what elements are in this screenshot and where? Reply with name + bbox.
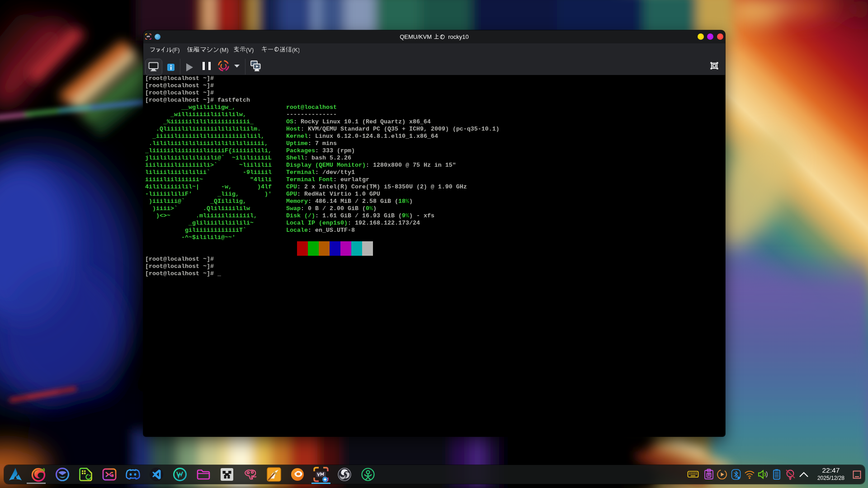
svg-text:(F): (F) xyxy=(172,47,179,53)
svg-text:(M): (M) xyxy=(220,47,228,53)
svg-text:(V): (V) xyxy=(246,47,254,53)
svg-text:(K): (K) xyxy=(292,47,299,53)
